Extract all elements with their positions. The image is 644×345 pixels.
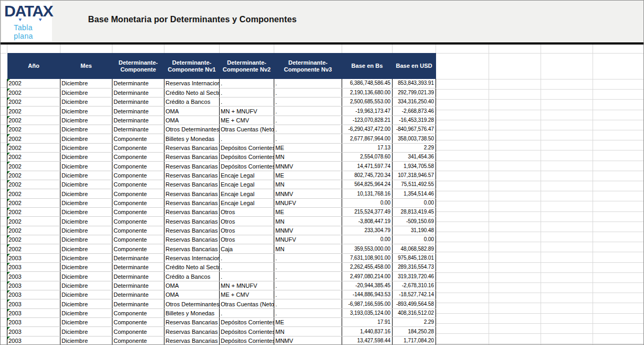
cell-base-usd[interactable]: -2,678,310.16 bbox=[393, 281, 436, 290]
cell-ano[interactable]: 2003 bbox=[7, 263, 60, 272]
cell-ano[interactable]: 2002 bbox=[7, 116, 60, 125]
cell-det-comp[interactable]: Componente bbox=[112, 153, 164, 162]
cell-mes[interactable]: Diciembre bbox=[60, 263, 112, 272]
cell-nv2[interactable]: Otros bbox=[220, 208, 274, 217]
cell-nv2[interactable]: . bbox=[220, 263, 274, 272]
column-header[interactable]: Determinante-Componente bbox=[112, 53, 164, 79]
cell-nv1[interactable]: Reservas Bancarias bbox=[164, 143, 220, 152]
cell-nv2[interactable]: Otros bbox=[220, 226, 274, 235]
cell-nv3[interactable]: ME bbox=[274, 208, 342, 217]
cell-nv2[interactable]: Depósitos Corrientes bbox=[220, 153, 274, 162]
cell-ano[interactable]: 2002 bbox=[7, 208, 60, 217]
cell-det-comp[interactable]: Componente bbox=[112, 235, 164, 244]
cell-ano[interactable]: 2002 bbox=[7, 98, 60, 107]
cell-nv2[interactable]: Encaje Legal bbox=[220, 171, 274, 180]
column-header[interactable]: Determinante-Componente Nv1 bbox=[164, 53, 220, 79]
cell-det-comp[interactable]: Componente bbox=[112, 327, 164, 336]
cell-ano[interactable]: 2003 bbox=[7, 299, 60, 308]
cell-base-bs[interactable]: 2,190,136,680.00 bbox=[342, 88, 393, 97]
cell-nv2[interactable]: ME + CMV bbox=[220, 116, 274, 125]
cell-ano[interactable]: 2002 bbox=[7, 171, 60, 180]
cell-det-comp[interactable]: Componente bbox=[112, 318, 164, 327]
cell-nv3[interactable]: MN bbox=[274, 217, 342, 226]
cell-base-bs[interactable]: 2,677,867,964.00 bbox=[342, 134, 393, 143]
cell-nv1[interactable]: Reservas Bancarias bbox=[164, 171, 220, 180]
cell-mes[interactable]: Diciembre bbox=[60, 226, 112, 235]
cell-nv3[interactable]: MNMV bbox=[274, 226, 342, 235]
cell-base-bs[interactable]: 233,304.79 bbox=[342, 226, 393, 235]
cell-det-comp[interactable]: Determinante bbox=[112, 281, 164, 290]
cell-nv1[interactable]: Reservas Bancarias bbox=[164, 162, 220, 171]
cell-ano[interactable]: 2002 bbox=[7, 235, 60, 244]
cell-mes[interactable]: Diciembre bbox=[60, 143, 112, 152]
cell-mes[interactable]: Diciembre bbox=[60, 235, 112, 244]
cell-nv2[interactable]: Encaje Legal bbox=[220, 180, 274, 189]
cell-nv1[interactable]: Reservas Internacionales bbox=[164, 79, 220, 88]
cell-mes[interactable]: Diciembre bbox=[60, 162, 112, 171]
cell-det-comp[interactable]: Componente bbox=[112, 308, 164, 317]
cell-nv1[interactable]: Reservas Bancarias bbox=[164, 153, 220, 162]
cell-mes[interactable]: Diciembre bbox=[60, 281, 112, 290]
cell-base-bs[interactable]: 17.13 bbox=[342, 143, 393, 152]
column-header[interactable]: Mes bbox=[60, 53, 112, 79]
cell-ano[interactable]: 2002 bbox=[7, 79, 60, 88]
cell-nv2[interactable]: . bbox=[220, 253, 274, 262]
cell-nv3[interactable]: . bbox=[274, 272, 342, 281]
cell-base-bs[interactable]: 17.91 bbox=[342, 318, 393, 327]
cell-base-bs[interactable]: 3,193,035,124.00 bbox=[342, 308, 393, 317]
cell-nv2[interactable]: . bbox=[220, 98, 274, 107]
cell-ano[interactable]: 2002 bbox=[7, 88, 60, 97]
cell-base-usd[interactable]: 408,316,512.02 bbox=[393, 308, 436, 317]
cell-nv3[interactable]: . bbox=[274, 125, 342, 134]
cell-base-bs[interactable]: -19,963,173.47 bbox=[342, 107, 393, 116]
cell-nv3[interactable]: . bbox=[274, 134, 342, 143]
cell-base-usd[interactable]: 1,717,084.20 bbox=[393, 336, 436, 345]
cell-mes[interactable]: Diciembre bbox=[60, 198, 112, 207]
cell-det-comp[interactable]: Determinante bbox=[112, 290, 164, 299]
cell-mes[interactable]: Diciembre bbox=[60, 290, 112, 299]
cell-nv3[interactable]: MNMV bbox=[274, 162, 342, 171]
cell-nv1[interactable]: OMA bbox=[164, 281, 220, 290]
cell-base-bs[interactable]: 2,500,685,553.00 bbox=[342, 98, 393, 107]
cell-ano[interactable]: 2003 bbox=[7, 318, 60, 327]
column-header[interactable]: Base en Bs bbox=[342, 53, 393, 79]
cell-ano[interactable]: 2003 bbox=[7, 327, 60, 336]
cell-nv2[interactable]: ME + CMV bbox=[220, 290, 274, 299]
cell-base-bs[interactable]: 6,386,748,586.45 bbox=[342, 79, 393, 88]
cell-base-usd[interactable]: 2.29 bbox=[393, 143, 436, 152]
cell-ano[interactable]: 2003 bbox=[7, 272, 60, 281]
cell-det-comp[interactable]: Determinante bbox=[112, 253, 164, 262]
cell-nv3[interactable]: . bbox=[274, 299, 342, 308]
cell-base-usd[interactable]: -509,150.69 bbox=[393, 217, 436, 226]
cell-nv1[interactable]: Crédito a Bancos bbox=[164, 272, 220, 281]
cell-base-usd[interactable]: -16,453,319.28 bbox=[393, 116, 436, 125]
cell-ano[interactable]: 2003 bbox=[7, 308, 60, 317]
cell-nv1[interactable]: Reservas Bancarias bbox=[164, 226, 220, 235]
cell-nv2[interactable]: Encaje Legal bbox=[220, 198, 274, 207]
cell-det-comp[interactable]: Componente bbox=[112, 217, 164, 226]
cell-base-usd[interactable]: 341,454.36 bbox=[393, 153, 436, 162]
cell-nv1[interactable]: Billetes y Monedas bbox=[164, 308, 220, 317]
cell-base-usd[interactable]: -893,499,564.58 bbox=[393, 299, 436, 308]
cell-det-comp[interactable]: Componente bbox=[112, 189, 164, 198]
cell-nv3[interactable]: ME bbox=[274, 171, 342, 180]
cell-mes[interactable]: Diciembre bbox=[60, 244, 112, 253]
cell-mes[interactable]: Diciembre bbox=[60, 125, 112, 134]
cell-nv3[interactable]: . bbox=[274, 281, 342, 290]
cell-nv3[interactable]: MNUFV bbox=[274, 198, 342, 207]
cell-nv2[interactable]: Depósitos Corrientes bbox=[220, 336, 274, 345]
cell-mes[interactable]: Diciembre bbox=[60, 272, 112, 281]
column-header[interactable]: Determinante-Componente Nv3 bbox=[274, 53, 342, 79]
cell-base-bs[interactable]: -6,290,437,472.00 bbox=[342, 125, 393, 134]
cell-ano[interactable]: 2002 bbox=[7, 162, 60, 171]
cell-nv2[interactable]: . bbox=[220, 88, 274, 97]
cell-nv2[interactable]: Encaje Legal bbox=[220, 189, 274, 198]
cell-nv3[interactable]: MNMV bbox=[274, 336, 342, 345]
cell-det-comp[interactable]: Componente bbox=[112, 208, 164, 217]
cell-nv1[interactable]: Reservas Bancarias bbox=[164, 244, 220, 253]
cell-base-usd[interactable]: 75,511,492.55 bbox=[393, 180, 436, 189]
cell-base-bs[interactable]: 215,524,377.49 bbox=[342, 208, 393, 217]
cell-det-comp[interactable]: Componente bbox=[112, 336, 164, 345]
cell-nv3[interactable]: MNUFV bbox=[274, 235, 342, 244]
cell-base-usd[interactable]: 358,003,738.50 bbox=[393, 134, 436, 143]
